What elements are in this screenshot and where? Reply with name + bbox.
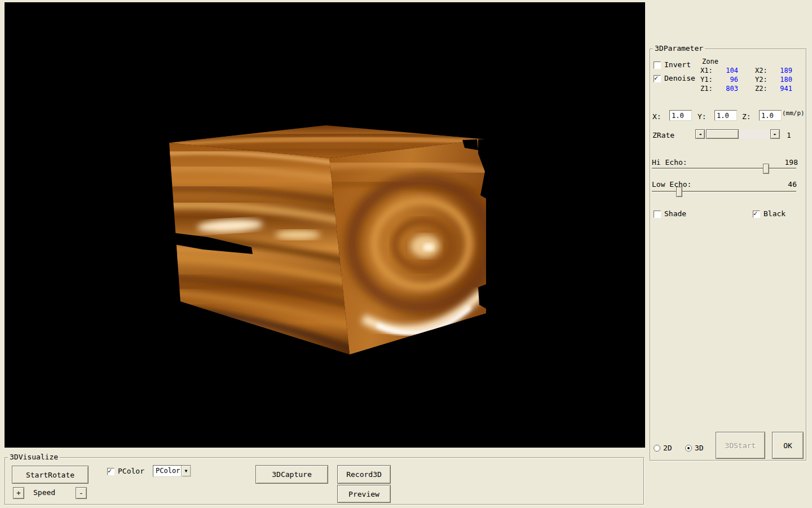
ok-button[interactable]: OK [772,432,804,459]
invert-label: Invert [664,60,691,69]
check-icon: ✓ [753,210,757,217]
zone-y1-value: 96 [716,76,738,84]
zrate-scrollbar-thumb[interactable] [706,129,739,139]
zone-y2-label: Y2: [755,76,767,84]
start-rotate-button[interactable]: StartRotate [12,466,89,484]
denoise-label: Denoise [664,74,695,82]
voxel-x-label: X: [652,112,661,121]
render-viewport[interactable] [5,2,645,448]
zone-z1-value: 803 [716,85,738,93]
scroll-right-icon: ► [774,132,776,137]
zrate-value: 1 [787,131,791,139]
dropdown-arrow-icon: ▼ [185,468,188,474]
speed-plus-button[interactable]: + [13,487,24,499]
voxel-x-input[interactable] [669,110,692,121]
voxel-y-input[interactable] [714,110,737,121]
param-group-title: 3DParameter [653,44,705,52]
speed-minus-button[interactable]: - [76,487,87,499]
zone-y2-value: 180 [770,76,792,84]
low-echo-value: 46 [788,180,797,189]
capture-3d-button[interactable]: 3DCapture [255,465,328,484]
check-icon: ✓ [654,75,658,82]
mode-3d-label: 3D [695,444,704,452]
zone-x2-label: X2: [755,67,767,75]
mode-2d-label: 2D [663,444,672,452]
hi-echo-value: 198 [785,158,798,167]
zrate-scroll-left-button[interactable]: ◄ [695,129,705,139]
pcolor-dropdown-button[interactable]: ▼ [181,466,191,476]
hi-echo-slider-thumb[interactable] [763,164,769,174]
visualize-groupbox: 3DVisualize StartRotate ✓ PColor PColor … [5,457,644,505]
zrate-scrollbar[interactable]: ◄ ► [695,129,780,139]
zone-x1-label: X1: [700,67,713,75]
voxel-unit-label: (mm/p) [782,109,805,117]
black-checkbox[interactable]: ✓ [753,211,760,218]
zone-y1-label: Y1: [700,76,713,84]
pcolor-checkbox[interactable]: ✓ [107,468,114,475]
preview-button[interactable]: Preview [337,485,391,503]
denoise-checkbox[interactable]: ✓ [654,75,661,82]
low-echo-slider-thumb[interactable] [676,187,682,197]
shade-checkbox[interactable] [654,211,661,218]
zone-x1-value: 104 [716,67,738,75]
low-echo-label: Low Echo: [652,180,691,189]
zone-z2-value: 941 [770,85,792,93]
pcolor-dropdown[interactable]: PColor ▼ [153,465,191,477]
black-label: Black [764,209,785,218]
zone-title: Zone [702,58,718,66]
check-icon: ✓ [108,467,112,475]
voxel-y-label: Y: [698,112,707,121]
zone-z1-label: Z1: [700,85,713,93]
hi-echo-label: Hi Echo: [652,158,687,167]
scroll-left-icon: ◄ [699,132,701,137]
hi-echo-slider-track[interactable] [652,168,796,169]
zone-x2-value: 189 [770,67,792,75]
invert-checkbox[interactable] [654,62,661,69]
visualize-group-title: 3DVisualize [8,453,60,461]
speed-label: Speed [33,488,55,497]
low-echo-slider-track[interactable] [652,191,796,192]
app-window: 3DParameter Invert ✓ Denoise Zone X1: 10… [0,0,812,508]
mode-3d-radio[interactable] [685,445,692,452]
pcolor-dropdown-value: PColor [153,466,181,476]
pcolor-label: PColor [118,467,144,475]
param-groupbox: 3DParameter Invert ✓ Denoise Zone X1: 10… [650,49,806,461]
record-3d-button[interactable]: Record3D [337,465,391,484]
zone-z2-label: Z2: [755,85,767,93]
voxel-z-input[interactable] [759,110,782,121]
zrate-label: ZRate [652,131,674,139]
start3d-button[interactable]: 3DStart [716,432,765,459]
voxel-z-label: Z: [742,112,751,121]
zrate-scroll-right-button[interactable]: ► [770,129,780,139]
shade-label: Shade [664,209,686,218]
mode-2d-radio[interactable] [654,445,660,452]
ultrasound-volume-3d [5,2,645,448]
